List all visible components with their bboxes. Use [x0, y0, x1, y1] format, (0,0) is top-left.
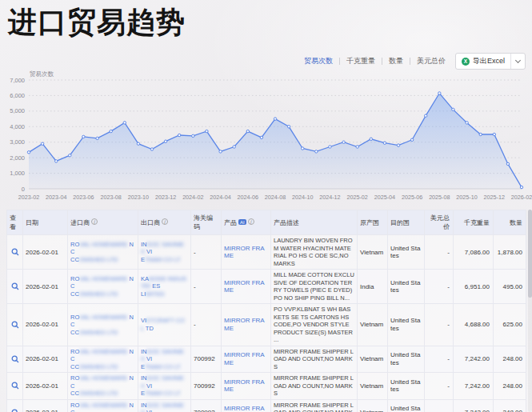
redacted-text: MITED	[146, 290, 164, 298]
metric-tab-3[interactable]: 数量	[389, 56, 403, 66]
product-description: MIRROR FRAME SHIPPER LOAD AND COUNT,NO M…	[274, 402, 354, 412]
exporter-link[interactable]: INDOC SAVIMEX VIETNAM CO LT	[141, 402, 188, 412]
column-header: 进口商i	[68, 210, 138, 235]
svg-text:2024-08: 2024-08	[265, 194, 286, 201]
cell-importer: ROVAL HOMEWARE NCCCOMSHED LTD	[68, 373, 138, 400]
product-link[interactable]: MIRROR FRAME	[224, 405, 265, 412]
ai-badge: AI	[238, 219, 246, 225]
view-detail-button[interactable]	[10, 321, 20, 329]
cell-destination: United States	[388, 346, 425, 373]
cell-hs-code: 700992	[191, 399, 222, 412]
svg-text:2023-08: 2023-08	[100, 194, 121, 201]
product-description: PO VVP.KLBNAT S WH BASKETS SE TS CARTONS…	[274, 306, 354, 344]
svg-text:2025-10: 2025-10	[456, 194, 477, 201]
cell-importer: ROVAL HOMEWARE NCCCOMSHED LTD	[68, 399, 138, 412]
column-header: 查看	[7, 210, 23, 235]
importer-link[interactable]: ROVAL HOMEWARE NCCCOMSHED LTD	[70, 348, 135, 371]
info-icon[interactable]: i	[248, 218, 254, 225]
cell-product: MIRROR FRAME	[222, 304, 271, 346]
scrollbar-thumb[interactable]	[528, 210, 532, 298]
cell-exporter: INDOC SAVIMEX VIETNAM CO LT	[138, 346, 191, 373]
shipments-table-wrap: 查看日期进口商i出口商i海关编码产品AIi产品描述原产国目的国美元总价千克重量数…	[6, 210, 527, 412]
product-description: LAUNDRY BIN WOVEN FROM WATER HYACINTH MA…	[274, 237, 354, 267]
product-description: MILL MADE COTTON EXCLUSIVE OF DECORATION…	[274, 271, 354, 302]
cell-quantity: 248.00	[494, 346, 526, 373]
redacted-text: OMSHED LTD	[79, 256, 118, 263]
product-link[interactable]: MIRROR FRAME	[224, 351, 265, 366]
tab-separator	[410, 58, 410, 65]
importer-link[interactable]: ROVAL HOMEWARE NCCCOMSHED LTD	[70, 402, 135, 412]
metric-tab-4[interactable]: 美元总价	[417, 56, 446, 66]
redacted-text: OMSHED LTD	[79, 363, 118, 370]
metric-tab-2[interactable]: 千克重量	[346, 56, 375, 66]
cell-usd-total: -	[425, 270, 454, 304]
exporter-link[interactable]: INDOC SAVIMEX VIETNAM CO LT	[141, 241, 188, 264]
redacted-text: OMSHED LTD	[79, 390, 118, 397]
table-row: 2026-02-01ROVAL HOMEWARE NCCCOMSHED LTDI…	[7, 235, 526, 270]
importer-link[interactable]: ROVAL HOMEWARE NCCCOMSHED LTD	[70, 275, 135, 298]
importer-link[interactable]: ROVAL HOMEWARE NCCCOMSHED LTD	[70, 241, 135, 264]
redacted-text: VAL HOMEWARE	[79, 402, 127, 409]
cell-destination: United States	[388, 399, 425, 412]
svg-text:2026-02: 2026-02	[511, 194, 532, 201]
info-icon[interactable]: i	[91, 218, 98, 225]
cell-destination: United States	[388, 304, 425, 346]
table-body: 2026-02-01ROVAL HOMEWARE NCCCOMSHED LTDI…	[7, 235, 526, 412]
view-detail-button[interactable]	[10, 409, 20, 412]
chevron-down-icon	[515, 58, 521, 63]
cell-exporter: INDOC SAVIMEX VIETNAM CO LT	[138, 373, 191, 400]
cell-product: MIRROR FRAME	[222, 346, 271, 373]
product-link[interactable]: MIRROR FRAME	[224, 378, 265, 394]
cell-exporter: KANODE INDUSTRI ESLIMITED	[138, 270, 191, 304]
exporter-link[interactable]: INDOC SAVIMEX VIETNAM CO LT	[141, 374, 188, 398]
svg-text:2025-06: 2025-06	[402, 194, 422, 201]
cell-hs-code: -	[191, 304, 222, 346]
cell-description: PO VVP.KLBNAT S WH BASKETS SE TS CARTONS…	[271, 304, 358, 346]
cell-view	[7, 346, 23, 373]
cell-date: 2026-02-01	[23, 346, 68, 373]
exporter-link[interactable]: KANODE INDUSTRI ESLIMITED	[141, 275, 188, 298]
tab-separator	[339, 58, 340, 65]
svg-text:2023-10: 2023-10	[128, 194, 149, 201]
product-link[interactable]: MIRROR FRAME	[224, 245, 265, 260]
cell-view	[7, 373, 23, 400]
vertical-scrollbar[interactable]	[528, 210, 532, 412]
product-link[interactable]: MIRROR FRAME	[224, 279, 265, 294]
exporter-link[interactable]: VIETCRAFT CO L TD	[141, 317, 188, 332]
redacted-text: VAL HOMEWARE	[79, 348, 127, 355]
view-detail-button[interactable]	[10, 382, 20, 390]
cell-hs-code: -	[191, 235, 222, 270]
cell-description: MILL MADE COTTON EXCLUSIVE OF DECORATION…	[271, 270, 358, 304]
excel-icon: X	[462, 58, 470, 66]
table-row: 2026-02-01ROVAL HOMEWARE NCCCOMSHED LTDI…	[7, 399, 526, 412]
redacted-text: TNAM CO LT	[145, 256, 181, 263]
info-icon[interactable]: i	[162, 218, 168, 225]
svg-text:1,000: 1,000	[10, 170, 25, 177]
cell-view	[7, 399, 23, 412]
view-detail-button[interactable]	[10, 355, 20, 363]
cell-kg-weight: 7,242.00	[454, 346, 494, 373]
cell-origin: India	[358, 270, 388, 304]
svg-text:2025-02: 2025-02	[346, 194, 367, 201]
redacted-text: VAL HOMEWARE	[79, 374, 127, 382]
redacted-text: TNAM CO LT	[145, 390, 181, 397]
metric-tab-1[interactable]: 贸易次数	[304, 56, 333, 66]
importer-link[interactable]: ROVAL HOMEWARE NCCCOMSHED LTD	[70, 314, 135, 337]
cell-kg-weight: 4,688.00	[454, 304, 494, 346]
view-detail-button[interactable]	[10, 282, 20, 290]
product-link[interactable]: MIRROR FRAME	[224, 317, 265, 332]
cell-origin: Vietnam	[358, 399, 388, 412]
importer-link[interactable]: ROVAL HOMEWARE NCCCOMSHED LTD	[70, 374, 135, 398]
svg-text:2024-06: 2024-06	[238, 194, 258, 201]
table-row: 2026-02-01ROVAL HOMEWARE NCCCOMSHED LTDI…	[7, 373, 526, 400]
column-header: 目的国	[388, 210, 425, 235]
cell-description: LAUNDRY BIN WOVEN FROM WATER HYACINTH MA…	[271, 235, 358, 270]
cell-date: 2026-02-01	[23, 270, 68, 304]
redacted-text: VAL HOMEWARE	[79, 241, 127, 248]
svg-text:2025-12: 2025-12	[484, 194, 505, 201]
cell-product: MIRROR FRAME	[222, 235, 271, 270]
cell-date: 2026-02-01	[23, 235, 68, 270]
view-detail-button[interactable]	[10, 248, 20, 256]
cell-hs-code: 700992	[191, 373, 222, 400]
exporter-link[interactable]: INDOC SAVIMEX VIETNAM CO LT	[141, 348, 188, 371]
